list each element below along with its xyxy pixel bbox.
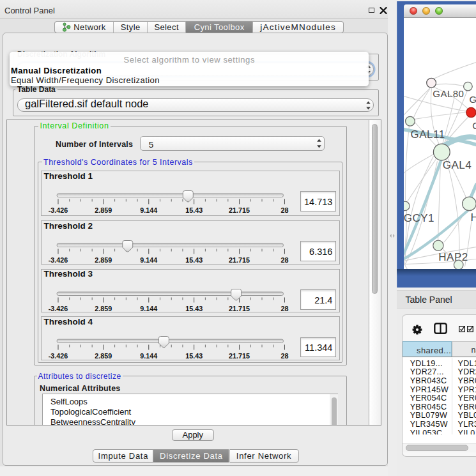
svg-text:21.715: 21.715 <box>229 352 250 360</box>
svg-text:C: C <box>472 119 476 130</box>
svg-text:9.144: 9.144 <box>140 304 157 312</box>
svg-text:2.859: 2.859 <box>95 352 112 360</box>
svg-text:9.144: 9.144 <box>140 256 157 264</box>
svg-text:15.43: 15.43 <box>185 352 203 360</box>
svg-text:GAL11: GAL11 <box>410 128 445 141</box>
svg-text:-3.426: -3.426 <box>49 256 68 264</box>
svg-text:21.715: 21.715 <box>229 206 250 214</box>
svg-text:9.144: 9.144 <box>140 206 157 214</box>
svg-text:28: 28 <box>280 304 288 312</box>
svg-text:15.43: 15.43 <box>185 304 203 312</box>
svg-text:21.715: 21.715 <box>229 256 250 264</box>
svg-text:28: 28 <box>280 206 288 214</box>
svg-text:-3.426: -3.426 <box>49 352 68 360</box>
svg-text:28: 28 <box>280 256 288 264</box>
svg-text:GAL4: GAL4 <box>442 159 471 171</box>
svg-text:GA: GA <box>469 93 476 104</box>
svg-text:-3.426: -3.426 <box>49 304 68 312</box>
svg-text:21.715: 21.715 <box>229 304 250 312</box>
svg-text:2.859: 2.859 <box>95 256 112 264</box>
svg-text:GCY1: GCY1 <box>404 212 434 224</box>
svg-text:H: H <box>470 211 476 224</box>
svg-text:9.144: 9.144 <box>140 352 157 360</box>
svg-text:-3.426: -3.426 <box>49 206 68 214</box>
svg-text:2.859: 2.859 <box>95 206 112 214</box>
svg-text:2.859: 2.859 <box>95 304 112 312</box>
svg-text:15.43: 15.43 <box>185 256 203 264</box>
svg-text:HAP2: HAP2 <box>438 251 468 263</box>
svg-text:15.43: 15.43 <box>185 206 203 214</box>
svg-text:GAL80: GAL80 <box>433 88 464 98</box>
svg-text:28: 28 <box>280 352 288 360</box>
